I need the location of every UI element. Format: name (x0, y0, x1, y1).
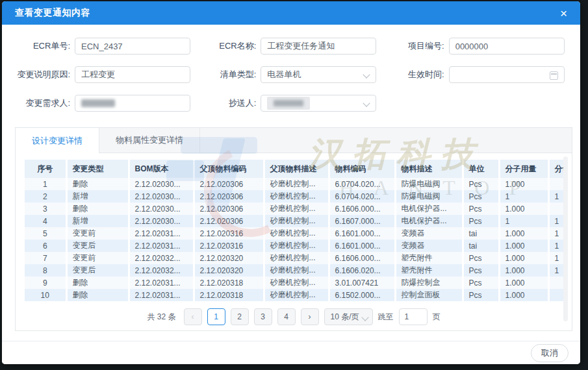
table-cell: 砂磨机控制... (264, 240, 329, 252)
table-cell: 6 (25, 240, 66, 252)
close-icon[interactable]: × (560, 7, 567, 19)
table-header-cell[interactable]: 序号 (25, 160, 66, 178)
table-cell: 删除 (66, 277, 129, 289)
table-cell: 砂磨机控制... (264, 215, 329, 227)
chevron-down-icon (363, 71, 370, 78)
table-cell: 2.12.02031... (129, 277, 194, 289)
table-cell: 塑壳附件 (395, 264, 463, 277)
table-cell: Pcs (463, 215, 499, 227)
jump-prefix-label: 跳至 (378, 312, 394, 323)
prev-page-button[interactable]: ‹ (184, 308, 202, 325)
table-cell: Pcs (463, 178, 499, 190)
table-cell: 6.1502.000... (329, 289, 395, 301)
change-requester-label: 变更需求人: (15, 97, 75, 109)
table-cell: 1.000 (499, 252, 548, 264)
table-row[interactable]: 10删除2.12.02031...2.12.020318砂磨机控制...6.15… (25, 289, 568, 301)
change-notice-form: ECR单号: ECN_2437 ECR名称: 工程变更任务通知 项目编号: 00… (2, 25, 580, 112)
redacted-value (274, 100, 303, 106)
dialog-title: 查看变更通知内容 (15, 7, 90, 19)
table-row[interactable]: 1删除2.12.02030...2.12.020306砂磨机控制...6.070… (25, 178, 568, 190)
cc-person-select[interactable] (261, 95, 376, 112)
change-reason-input[interactable]: 工程变更 (75, 66, 190, 83)
list-type-select[interactable]: 电器单机 (261, 66, 376, 83)
table-cell: 砂磨机控制... (264, 252, 329, 264)
table-header-cell[interactable]: 变更类型 (66, 160, 129, 178)
redacted-value (81, 99, 115, 107)
table-header-cell[interactable]: 分子用量 (499, 160, 548, 178)
table-row[interactable]: 4新增2.12.02030...2.12.020306砂磨机控制...6.160… (25, 215, 568, 227)
ecr-number-input[interactable]: ECN_2437 (75, 38, 190, 55)
cc-person-tag (267, 97, 310, 110)
table-cell: 塑壳附件 (395, 252, 463, 264)
table-row[interactable]: 3删除2.12.02030...2.12.020306砂磨机控制...6.160… (25, 203, 568, 215)
next-page-button[interactable]: › (301, 308, 319, 325)
ecr-number-value: ECN_2437 (81, 42, 123, 51)
change-detail-card: 设计变更详情 物料属性变更详情 序号变更类型BOM版本父顶物料编码父顶物料描述物… (15, 127, 572, 331)
table-row[interactable]: 9删除2.12.02031...2.12.020318砂磨机控制...3.01.… (25, 277, 568, 289)
table-cell: 砂磨机控制... (264, 178, 329, 190)
calendar-icon (550, 71, 558, 80)
table-cell: 砂磨机控制... (264, 277, 329, 289)
dialog-header: 查看变更通知内容 × (2, 1, 580, 25)
tab-material-attribute-change-detail[interactable]: 物料属性变更详情 (99, 128, 200, 153)
table-row[interactable]: 8变更后2.12.02032...2.12.020320砂磨机控制...6.16… (25, 264, 568, 277)
project-number-input[interactable]: 0000000 (449, 38, 565, 55)
table-cell: 变更后 (66, 264, 129, 277)
table-cell: 6.0704.020... (329, 178, 395, 190)
table-header-cell[interactable]: 物料描述 (395, 160, 463, 178)
page-size-value: 10 条/页 (331, 312, 359, 323)
table-cell: 2.12.02030... (129, 203, 194, 215)
table-cell: 砂磨机控制... (264, 203, 329, 215)
table-cell: Pcs (463, 190, 499, 203)
effective-date-input[interactable] (449, 66, 565, 83)
table-header-cell[interactable]: 父顶物料编码 (194, 160, 264, 178)
tab-label: 设计变更详情 (32, 135, 83, 147)
table-cell: 2.12.02031... (129, 227, 194, 240)
change-requester-input[interactable] (75, 95, 190, 112)
table-cell: 新增 (66, 215, 129, 227)
table-row[interactable]: 7变更前2.12.02032...2.12.020320砂磨机控制...6.16… (25, 252, 568, 264)
table-header-cell[interactable]: 物料编码 (329, 160, 395, 178)
page-button-3[interactable]: 3 (254, 308, 272, 325)
tab-design-change-detail[interactable]: 设计变更详情 (16, 128, 99, 153)
table-cell: 4 (25, 215, 66, 227)
table-cell: 2.12.020316 (194, 227, 264, 240)
table-cell: 3 (25, 203, 66, 215)
cc-person-label: 抄送人: (199, 97, 261, 109)
ecr-name-label: ECR名称: (199, 40, 261, 52)
table-cell: 1.000 (499, 240, 548, 252)
table-cell: 3.01.007421 (329, 277, 395, 289)
vertical-scrollbar[interactable] (563, 156, 568, 321)
table-row[interactable]: 2新增2.12.02030...2.12.020306砂磨机控制...6.070… (25, 190, 568, 203)
table-cell: 变频器 (395, 240, 463, 252)
table-row[interactable]: 6变更后2.12.02031...2.12.020316砂磨机控制...6.16… (25, 240, 568, 252)
table-cell: Pcs (463, 277, 499, 289)
table-header-cell[interactable]: 父顶物料描述 (264, 160, 329, 178)
page-button-2[interactable]: 2 (231, 308, 249, 325)
table-cell: 防爆电磁阀 (395, 178, 463, 190)
jump-page-input[interactable]: 1 (399, 308, 428, 325)
ecr-name-input[interactable]: 工程变更任务通知 (261, 38, 376, 55)
chevron-down-icon (363, 99, 370, 106)
chevron-down-icon (361, 314, 368, 321)
tab-label: 物料属性变更详情 (116, 134, 183, 146)
table-cell: 1.000 (499, 178, 548, 190)
page-button-4[interactable]: 4 (277, 308, 296, 325)
table-cell: 删除 (66, 203, 129, 215)
jump-page-value: 1 (405, 312, 409, 321)
table-header-cell[interactable]: BOM版本 (129, 160, 194, 178)
table-cell: 6.1601.000... (329, 240, 395, 252)
table-row[interactable]: 5变更前2.12.02031...2.12.020316砂磨机控制...6.16… (25, 227, 568, 240)
table-cell: 2.12.020320 (194, 252, 264, 264)
table-cell: 1 (499, 190, 548, 203)
page-size-select[interactable]: 10 条/页 (324, 308, 373, 325)
table-cell: 2.12.020320 (194, 264, 264, 277)
table-cell: 9 (25, 277, 66, 289)
table-cell: 删除 (66, 289, 129, 301)
pagination: 共 32 条 ‹ 1234 › 10 条/页 跳至 1 页 (16, 308, 572, 326)
page-button-1[interactable]: 1 (207, 308, 225, 325)
view-change-notice-dialog: 查看变更通知内容 × ECR单号: ECN_2437 ECR名称: 工程变更任务… (2, 1, 580, 364)
table-header-cell[interactable]: 单位 (463, 160, 499, 178)
cancel-button[interactable]: 取消 (531, 344, 569, 362)
table-cell: 控制盒面板 (395, 289, 463, 301)
